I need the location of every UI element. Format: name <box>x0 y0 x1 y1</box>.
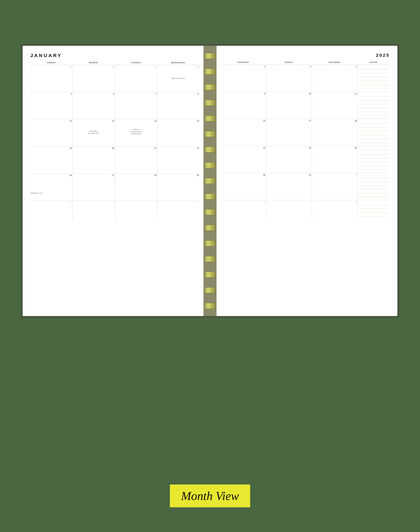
day-number: 12 <box>31 120 72 122</box>
day-number: 10 <box>267 92 311 95</box>
table-row[interactable]: 27 <box>73 173 115 200</box>
day-number: 2 <box>221 65 265 68</box>
note-line <box>359 201 389 205</box>
note-line <box>359 120 389 124</box>
note-line <box>359 155 389 158</box>
day-number: 26 <box>31 174 72 176</box>
day-number: 11 <box>313 92 357 95</box>
spiral-coil <box>205 287 215 293</box>
spiral-binding <box>203 46 217 316</box>
spiral-coil <box>205 84 215 90</box>
table-row[interactable]: 31 <box>266 173 312 200</box>
table-row[interactable]: 8 <box>312 200 358 221</box>
notes-cell[interactable] <box>358 92 390 119</box>
day-number: 21 <box>116 147 157 149</box>
note-line <box>359 100 389 104</box>
spiral-coil <box>205 131 215 137</box>
table-row[interactable]: 6 <box>220 200 266 221</box>
table-row[interactable]: 4 <box>115 200 157 221</box>
page-left: JANUARY SUNDAY MONDAY TUESDAY WEDNESDAY <box>23 46 203 316</box>
table-row[interactable]: 11 <box>312 92 358 119</box>
table-row[interactable]: 5 <box>30 92 73 119</box>
table-row[interactable]: 14 PONGALSUN ENTERSCAPRICORN <box>115 119 157 146</box>
table-row[interactable]: 19 <box>30 146 73 173</box>
spiral-coil <box>205 209 215 215</box>
day-number: 30 <box>221 174 265 176</box>
day-number: 7 <box>116 93 157 95</box>
table-row[interactable]: 26 REPUBLIC DAY <box>30 173 73 200</box>
table-row[interactable]: 1 <box>312 173 358 200</box>
note-line <box>359 158 389 162</box>
table-row[interactable]: 7 <box>266 200 312 221</box>
table-row[interactable]: 23 <box>220 146 266 173</box>
day-number: 23 <box>221 147 265 149</box>
notes-cell[interactable] <box>358 173 390 200</box>
note-line <box>359 185 389 189</box>
notes-cell[interactable] <box>358 119 390 146</box>
table-row[interactable]: 16 <box>220 119 266 146</box>
spiral-coil <box>205 178 215 184</box>
spiral-coil <box>205 240 215 246</box>
note-line <box>359 70 389 73</box>
table-row[interactable]: 8 <box>157 92 200 119</box>
spiral-coil <box>205 100 215 106</box>
table-row[interactable]: 31 <box>115 65 157 92</box>
event-label: NATIONALSTICKER DAY <box>73 130 114 135</box>
notes-cell[interactable] <box>358 146 390 173</box>
col-friday: FRIDAY <box>266 61 312 65</box>
note-line <box>359 213 389 216</box>
month-view-badge: Month View <box>170 485 250 507</box>
table-row[interactable]: 13 NATIONALSTICKER DAY <box>73 119 115 146</box>
spiral-coil <box>205 194 215 199</box>
table-row[interactable]: 10 <box>266 92 312 119</box>
table-row[interactable]: 30 <box>220 173 266 200</box>
month-title: JANUARY <box>30 53 200 58</box>
table-row[interactable]: 25 <box>312 146 358 173</box>
day-number: 29 <box>31 66 72 68</box>
page-right: 2025 THURSDAY FRIDAY SATURDAY NOTES <box>217 46 397 316</box>
table-row[interactable]: 18 <box>312 119 358 146</box>
table-row[interactable]: 5 <box>157 200 200 221</box>
day-number: 3 <box>73 201 114 203</box>
table-row[interactable]: 21 <box>115 146 157 173</box>
table-row[interactable]: 29 <box>157 173 200 200</box>
table-row[interactable]: 2 <box>30 200 73 221</box>
table-row[interactable]: 1 NEW YEAR'S DAY <box>157 65 200 92</box>
table-row[interactable]: 6 <box>73 92 115 119</box>
spiral-coil <box>205 69 215 75</box>
spiral-coil <box>205 256 215 262</box>
month-view-container: Month View <box>170 485 250 507</box>
day-number: 20 <box>73 147 114 149</box>
table-row[interactable]: 4 <box>312 65 358 92</box>
table-row[interactable]: 7 <box>115 92 157 119</box>
note-line <box>359 108 389 112</box>
day-number: 3 <box>267 65 311 68</box>
table-row[interactable]: 30 <box>73 65 115 92</box>
table-row[interactable]: 24 <box>266 146 312 173</box>
table-row[interactable]: 15 <box>157 119 200 146</box>
table-row[interactable]: 3 <box>266 65 312 92</box>
day-number: 5 <box>31 93 72 95</box>
table-row[interactable]: 29 <box>30 65 73 92</box>
table-row[interactable]: 9 <box>220 92 266 119</box>
spiral-coil <box>205 147 215 153</box>
table-row[interactable]: 3 <box>73 200 115 221</box>
col-wednesday: WEDNESDAY <box>157 61 200 65</box>
note-line <box>359 77 389 81</box>
table-row[interactable]: 22 <box>157 146 200 173</box>
note-line <box>359 93 389 97</box>
note-line <box>359 124 389 127</box>
note-line <box>359 193 389 197</box>
day-number: 31 <box>116 66 157 68</box>
day-number: 25 <box>313 147 357 149</box>
table-row[interactable]: 2 <box>220 65 266 92</box>
notes-cell[interactable] <box>358 200 390 221</box>
table-row[interactable]: 20 <box>73 146 115 173</box>
table-row[interactable]: 12 <box>30 119 73 146</box>
table-row[interactable]: 28 <box>115 173 157 200</box>
col-notes: NOTES <box>358 61 390 65</box>
note-line <box>359 166 389 170</box>
table-row[interactable]: 17 <box>266 119 312 146</box>
notes-cell[interactable] <box>358 65 390 92</box>
note-line <box>359 135 389 139</box>
